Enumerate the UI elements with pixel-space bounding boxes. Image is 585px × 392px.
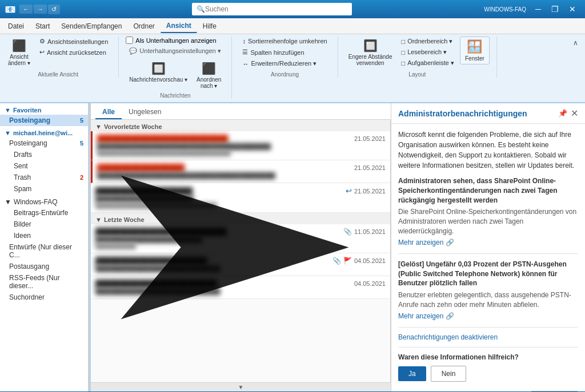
title-bar: 📧 ← → ↺ 🔍 WINDOWS-FAQ ─ ❐ ✕ xyxy=(0,0,585,18)
unterhaltungen-label: Als Unterhaltungen anzeigen xyxy=(135,37,216,44)
aufgabenleiste-button[interactable]: □ Aufgabenleiste ▾ xyxy=(398,58,458,68)
admin-panel-close-button[interactable]: ✕ xyxy=(571,108,578,119)
lesebereich-button[interactable]: □ Lesebereich ▾ xyxy=(398,47,458,57)
sidebar-item-ideen[interactable]: Ideen xyxy=(0,230,88,241)
ribbon-buttons-ansicht: ⬛ Ansichtändern ▾ ⚙ Ansichtseinstellunge… xyxy=(5,37,111,68)
group2-chevron-icon: ▼ xyxy=(95,216,102,223)
spalten-hinzufuegen-button[interactable]: ☰ Spalten hinzufügen xyxy=(239,47,330,57)
menu-datei[interactable]: Datei xyxy=(2,20,30,33)
unterhaltungseinstellungen-button[interactable]: 💬 Unterhaltungseinstellungen ▾ xyxy=(126,46,225,56)
nachrichtenvorschau-label: Nachrichtenvorschau ▾ xyxy=(129,76,187,83)
sidebar-item-bilder[interactable]: Bilder xyxy=(0,219,88,230)
posteingang-fav-label: Posteingang xyxy=(9,116,50,124)
admin-divider-1 xyxy=(398,253,578,254)
admin-section-2-text: Benutzer erlebten gelegentlich, dass aus… xyxy=(398,290,578,310)
email-item[interactable]: ███████████████████████ 📎 🚩 04.05.2021 █… xyxy=(91,253,390,276)
admin-no-button[interactable]: Nein xyxy=(431,366,467,382)
layout-buttons: 🔲 Engere Abständeverwenden □ Ordnerberei… xyxy=(345,37,490,68)
admin-feedback-buttons: Ja Nein xyxy=(398,366,578,382)
admin-close-bottom-button[interactable]: Schließen xyxy=(531,391,578,391)
unterhaltungen-checkbox[interactable] xyxy=(126,37,133,44)
refresh-button[interactable]: ↺ xyxy=(48,5,60,14)
email-date: 04.05.2021 xyxy=(354,280,386,287)
aufgabenleiste-label: Aufgabenleiste ▾ xyxy=(407,59,454,67)
ribbon-group-aktuelle-ansicht: ⬛ Ansichtändern ▾ ⚙ Ansichtseinstellunge… xyxy=(5,37,119,78)
email-subject: ███████████████████████████████████████ xyxy=(97,143,337,150)
spalten-label: Spalten hinzufügen xyxy=(250,49,304,56)
admin-divider-2 xyxy=(398,327,578,328)
nav-back-button[interactable]: ← xyxy=(19,5,33,14)
erweitern-label: Erweitern/Reduzieren ▾ xyxy=(251,60,316,67)
lese-icon: □ xyxy=(401,49,405,56)
settings-icon: ⚙ xyxy=(39,38,45,45)
menu-ansicht[interactable]: Ansicht xyxy=(161,19,197,33)
email-tabs: Alle Ungelesen xyxy=(91,103,391,120)
nachrichtenvorschau-button[interactable]: 🔲 Nachrichtenvorschau ▾ xyxy=(126,59,191,85)
admin-panel-body: Microsoft kennt die folgenden Probleme, … xyxy=(391,124,585,391)
reset-icon: ↩ xyxy=(39,49,45,56)
email-item[interactable]: ███████████████████████████ 21.05.2021 █… xyxy=(91,131,390,160)
anordnen-nach-button[interactable]: ⬛ Anordnennach ▾ xyxy=(193,59,225,91)
ansichtseinstellungen-button[interactable]: ⚙ Ansichtseinstellungen xyxy=(36,37,111,46)
suchordner-label: Suchordner xyxy=(9,293,45,301)
trash-label: Trash xyxy=(14,173,31,181)
sidebar-item-beitraege[interactable]: Beitrags-Entwürfe xyxy=(0,207,88,219)
menu-hilfe[interactable]: Hilfe xyxy=(197,20,222,33)
minimize-button[interactable]: ─ xyxy=(531,0,546,18)
favorites-header[interactable]: ▼ Favoriten xyxy=(0,103,88,115)
fenster-button[interactable]: 🪟 Fenster xyxy=(460,37,490,64)
sortierreihenfolge-button[interactable]: ↕ Sortierreihenfolge umkehren xyxy=(239,37,330,46)
sidebar-item-trash[interactable]: Trash 2 xyxy=(0,172,88,183)
tab-alle[interactable]: Alle xyxy=(95,106,122,119)
deactivate-link[interactable]: Benachrichtigungen deaktivieren xyxy=(398,333,498,341)
menu-start[interactable]: Start xyxy=(30,20,55,33)
sidebar-item-posteingang-fav[interactable]: Posteingang 5 xyxy=(0,115,88,126)
admin-section-1-link[interactable]: Mehr anzeigen 🔗 xyxy=(398,239,578,246)
menu-bar: Datei Start Senden/Empfangen Ordner Ansi… xyxy=(0,18,585,34)
email-group-letzte[interactable]: ▼ Letzte Woche xyxy=(91,213,390,224)
sidebar-item-posteingang[interactable]: Posteingang 5 xyxy=(0,138,88,149)
menu-ordner[interactable]: Ordner xyxy=(127,20,160,33)
attachment2-icon: 📎 xyxy=(332,257,341,265)
admin-section-2-link[interactable]: Mehr anzeigen 🔗 xyxy=(398,312,578,320)
restore-button[interactable]: ❐ xyxy=(547,0,563,18)
posteingang-label: Posteingang xyxy=(9,139,47,147)
email-group-vorvorletzte[interactable]: ▼ Vorvorletzte Woche xyxy=(91,120,390,131)
email-item[interactable]: █████████████████████████ 04.05.2021 ███… xyxy=(91,276,390,299)
nav-forward-button[interactable]: → xyxy=(34,5,47,14)
sidebar-item-drafts[interactable]: Drafts xyxy=(0,149,88,160)
search-bar[interactable]: 🔍 xyxy=(192,3,352,15)
search-input[interactable] xyxy=(205,5,342,13)
sidebar-item-spam[interactable]: Spam xyxy=(0,183,88,195)
sidebar-item-rss[interactable]: RSS-Feeds (Nur dieser... xyxy=(0,272,88,292)
sidebar-item-sent[interactable]: Sent xyxy=(0,160,88,172)
sort-icon: ↕ xyxy=(242,38,246,45)
panel-pin-button[interactable]: 📌 xyxy=(558,109,567,118)
email-sender: ████████████████████ xyxy=(95,187,193,195)
account-header[interactable]: ▼ michael.heine@wi... xyxy=(0,126,88,138)
menu-senden-empfangen[interactable]: Senden/Empfangen xyxy=(55,20,127,33)
email-list-container: Alle Ungelesen ▼ Vorvorletzte Woche ████… xyxy=(91,103,391,391)
ribbon-collapse[interactable]: ∧ xyxy=(571,37,580,49)
erweitern-reduzieren-button[interactable]: ↔ Erweitern/Reduzieren ▾ xyxy=(239,59,330,68)
windows-faq-header[interactable]: ▼ Windows-FAQ xyxy=(0,195,88,207)
admin-yes-button[interactable]: Ja xyxy=(398,366,426,381)
admin-section-2-title: [Gelöst] Ungefähr 0,03 Prozent der PSTN-… xyxy=(398,260,578,288)
ansicht-zuruecksetzen-button[interactable]: ↩ Ansicht zurücksetzen xyxy=(36,47,111,57)
engere-abstaende-button[interactable]: 🔲 Engere Abständeverwenden xyxy=(345,37,396,68)
email-date: 21.05.2021 xyxy=(354,188,386,195)
close-button[interactable]: ✕ xyxy=(564,0,580,18)
sidebar-item-entwuerfe[interactable]: Entwürfe (Nur dieser C... xyxy=(0,241,88,261)
account-chevron-icon: ▼ xyxy=(5,130,11,136)
tab-ungelesen[interactable]: Ungelesen xyxy=(122,106,168,119)
ordnerbereich-button[interactable]: □ Ordnerbereich ▾ xyxy=(398,37,458,46)
email-item[interactable]: ████████████████████ ↩ 21.05.2021 ██████… xyxy=(91,183,390,213)
email-item[interactable]: ███████████████████████████ 📎 11.05.2021… xyxy=(91,224,390,253)
email-item[interactable]: ██████████████████ 21.05.2021 ██████████… xyxy=(91,160,390,183)
sidebar-item-suchordner[interactable]: Suchordner xyxy=(0,292,88,303)
ansicht-aendern-button[interactable]: ⬛ Ansichtändern ▾ xyxy=(5,37,34,68)
list-scroll-bottom[interactable]: ▼ xyxy=(91,382,391,391)
email-date: 11.05.2021 xyxy=(354,228,386,235)
windows-faq-label: Windows-FAQ xyxy=(14,198,58,206)
sidebar-item-postausgang[interactable]: Postausgang xyxy=(0,261,88,272)
